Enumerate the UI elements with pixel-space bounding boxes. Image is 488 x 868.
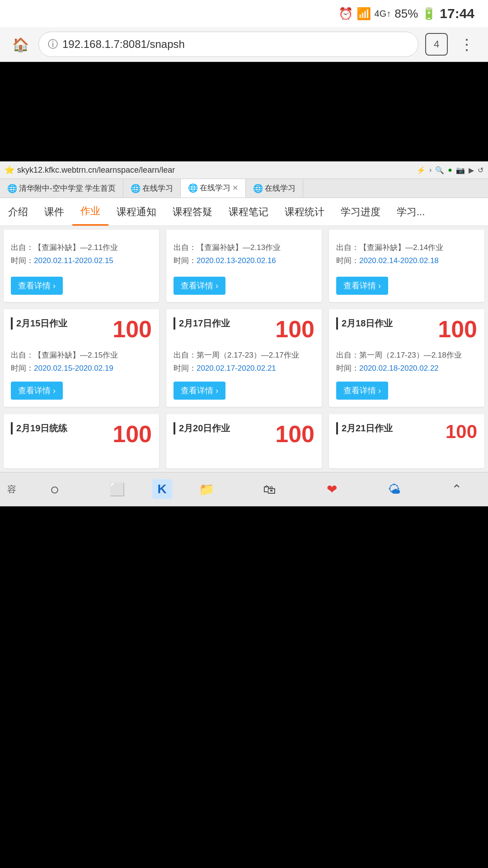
tab-count-button[interactable]: 4: [425, 33, 448, 56]
card-4-detail-btn[interactable]: 查看详情: [174, 382, 225, 400]
card-3-source: 出自：【查漏补缺】—2.15作业: [11, 349, 152, 362]
camera-icon[interactable]: 📷: [456, 166, 465, 175]
browser-toolbar: 🏠 ⓘ 192.168.1.7:8081/snapsh 4 ⋮: [0, 27, 488, 61]
card-4-date: 2020.02.17-2020.02.21: [197, 364, 276, 373]
tab-close-icon[interactable]: ✕: [232, 184, 238, 192]
homework-card-7: 2月20日作业 100: [166, 414, 322, 468]
inner-url[interactable]: skyk12.kfkc.webtrn.cn/learnspace/learn/l…: [17, 165, 414, 175]
clock: 17:44: [440, 6, 474, 21]
nav-courseware[interactable]: 课件: [36, 199, 72, 225]
card-4-header: 2月17日作业 100: [174, 317, 314, 341]
inner-address-bar: ⭐ skyk12.kfkc.webtrn.cn/learnspace/learn…: [0, 161, 488, 179]
card-7-header: 2月20日作业 100: [174, 422, 314, 446]
tab-favicon-2: 🌐: [188, 183, 198, 193]
taskbar-content: 容: [0, 483, 23, 495]
course-nav: 介绍 课件 作业 课程通知 课程答疑 课程笔记 课程统计 学习进度 学习...: [0, 198, 488, 226]
tab-label-3: 在线学习: [265, 183, 296, 193]
inner-search-icon[interactable]: 🔍: [435, 166, 444, 175]
card-5-date: 2020.02.18-2020.02.22: [359, 364, 439, 373]
tab-favicon-0: 🌐: [7, 184, 17, 193]
chevron-right-icon: ›: [429, 166, 432, 175]
card-0-detail-btn[interactable]: 查看详情: [11, 277, 63, 295]
taskbar-store-btn[interactable]: 🛍: [238, 478, 300, 500]
browser-chrome: 🏠 ⓘ 192.168.1.7:8081/snapsh 4 ⋮: [0, 27, 488, 62]
black-bottom-area: [0, 506, 488, 868]
nav-stats[interactable]: 课程统计: [277, 199, 333, 225]
browser-address-bar[interactable]: ⓘ 192.168.1.7:8081/snapsh: [38, 32, 418, 57]
card-5-info: 出自：第一周（2.17-23）—2.18作业 时间：2020.02.18-202…: [336, 349, 477, 375]
card-6-score: 100: [113, 422, 152, 446]
card-8-title: 2月21日作业: [336, 422, 393, 434]
browser-menu-button[interactable]: ⋮: [455, 35, 479, 53]
card-0-info: 出自：【查漏补缺】—2.11作业 时间：2020.02.11-2020.02.1…: [11, 241, 152, 268]
card-1-date: 2020.02.13-2020.02.16: [197, 256, 276, 265]
card-8-header: 2月21日作业 100: [336, 422, 477, 441]
homework-card-1: 出自：【查漏补缺】—2.13作业 时间：2020.02.13-2020.02.1…: [166, 230, 322, 302]
taskbar-pocket-btn[interactable]: ❤: [300, 478, 363, 500]
inner-tab-home[interactable]: 🌐 清华附中-空中学堂 学生首页: [0, 179, 123, 197]
homework-card-5: 2月18日作业 100 出自：第一周（2.17-23）—2.18作业 时间：20…: [329, 309, 484, 407]
wechat-icon[interactable]: ●: [448, 166, 452, 175]
card-2-date: 2020.02.14-2020.02.18: [359, 256, 439, 265]
taskbar: 容 ○ ⬜ K 📁 🛍 ❤ 🌤 ⌃: [0, 472, 488, 506]
inner-browser-window: ⭐ skyk12.kfkc.webtrn.cn/learnspace/learn…: [0, 161, 488, 506]
tab-label-0: 清华附中-空中学堂 学生首页: [19, 183, 116, 193]
nav-intro[interactable]: 介绍: [0, 199, 36, 225]
card-5-time: 时间：2020.02.18-2020.02.22: [336, 362, 477, 375]
card-4-info: 出自：第一周（2.17-23）—2.17作业 时间：2020.02.17-202…: [174, 349, 314, 375]
status-bar: ⏰ 📶 4G↑ 85% 🔋 17:44: [0, 0, 488, 27]
card-3-title: 2月15日作业: [11, 317, 67, 330]
tab-label-2: 在线学习: [200, 183, 230, 193]
battery-icon: 🔋: [422, 7, 436, 21]
card-0-date: 2020.02.11-2020.02.15: [34, 256, 113, 265]
refresh-icon[interactable]: ↺: [478, 166, 483, 175]
card-0-time: 时间：2020.02.11-2020.02.15: [11, 255, 152, 268]
card-3-info: 出自：【查漏补缺】—2.15作业 时间：2020.02.15-2020.02.1…: [11, 349, 152, 375]
card-7-score: 100: [275, 422, 314, 446]
taskbar-weather-btn[interactable]: 🌤: [363, 478, 425, 500]
nav-qa[interactable]: 课程答疑: [164, 199, 221, 225]
inner-tab-online3[interactable]: 🌐 在线学习: [246, 179, 303, 197]
card-3-time: 时间：2020.02.15-2020.02.19: [11, 362, 152, 375]
card-4-score: 100: [275, 317, 314, 341]
card-5-title: 2月18日作业: [336, 317, 393, 330]
black-top-area: [0, 62, 488, 161]
lightning-icon: ⚡: [417, 166, 426, 175]
battery-percent: 85%: [394, 7, 418, 21]
status-icons: ⏰ 📶 4G↑ 85% 🔋 17:44: [338, 6, 474, 21]
taskbar-home-btn[interactable]: ○: [23, 477, 86, 502]
inner-tab-online1[interactable]: 🌐 在线学习: [123, 179, 181, 197]
card-5-header: 2月18日作业 100: [336, 317, 477, 341]
card-4-time: 时间：2020.02.17-2020.02.21: [174, 362, 314, 375]
inner-bar-icons: ⚡ › 🔍 ● 📷 ▶ ↺: [417, 166, 483, 175]
alarm-icon: ⏰: [338, 7, 353, 21]
card-8-score: 100: [446, 422, 477, 441]
taskbar-k-btn[interactable]: K: [152, 479, 172, 499]
card-2-info: 出自：【查漏补缺】—2.14作业 时间：2020.02.14-2020.02.1…: [336, 241, 477, 268]
card-3-date: 2020.02.15-2020.02.19: [34, 364, 113, 373]
nav-notice[interactable]: 课程通知: [108, 199, 164, 225]
taskbar-expand-btn[interactable]: ⌃: [426, 478, 488, 500]
card-3-score: 100: [113, 317, 152, 341]
inner-favicon: ⭐: [5, 165, 14, 175]
nav-notes[interactable]: 课程笔记: [221, 199, 277, 225]
card-0-source: 出自：【查漏补缺】—2.11作业: [11, 241, 152, 255]
card-3-detail-btn[interactable]: 查看详情: [11, 382, 63, 400]
nav-progress[interactable]: 学习进度: [333, 199, 389, 225]
homework-card-3: 2月15日作业 100 出自：【查漏补缺】—2.15作业 时间：2020.02.…: [4, 309, 159, 407]
homework-card-4: 2月17日作业 100 出自：第一周（2.17-23）—2.17作业 时间：20…: [166, 309, 322, 407]
card-6-title: 2月19日统练: [11, 422, 67, 434]
card-5-detail-btn[interactable]: 查看详情: [336, 382, 388, 400]
inner-tab-online2[interactable]: 🌐 在线学习 ✕: [181, 179, 246, 198]
card-2-detail-btn[interactable]: 查看详情: [336, 277, 388, 295]
taskbar-files-btn[interactable]: 📁: [176, 478, 238, 500]
nav-more[interactable]: 学习...: [389, 199, 433, 225]
tab-label-1: 在线学习: [142, 183, 173, 193]
address-text[interactable]: 192.168.1.7:8081/snapsh: [62, 38, 185, 51]
browser-home-button[interactable]: 🏠: [9, 33, 32, 56]
play-icon[interactable]: ▶: [469, 166, 474, 175]
card-1-detail-btn[interactable]: 查看详情: [174, 277, 225, 295]
card-7-title: 2月20日作业: [174, 422, 230, 434]
nav-homework[interactable]: 作业: [72, 198, 108, 226]
taskbar-recent-btn[interactable]: ⬜: [86, 478, 148, 500]
